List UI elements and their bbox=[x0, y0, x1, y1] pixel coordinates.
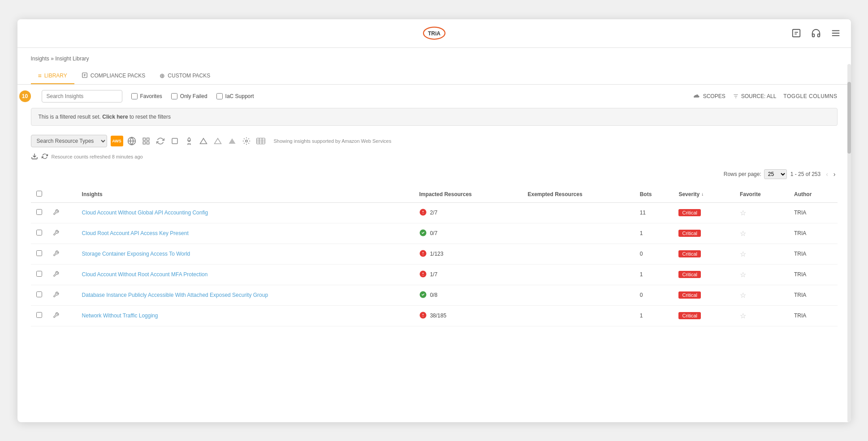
favorite-star[interactable]: ☆ bbox=[740, 209, 746, 217]
tab-compliance-packs[interactable]: COMPLIANCE PACKS bbox=[74, 69, 152, 84]
select-all-checkbox[interactable] bbox=[36, 191, 42, 197]
globe-icon[interactable] bbox=[126, 135, 138, 147]
tab-custom-packs[interactable]: ⊕ CUSTOM PACKS bbox=[152, 69, 217, 84]
row-checkbox[interactable] bbox=[36, 209, 42, 215]
row-checkbox[interactable] bbox=[36, 230, 42, 235]
wrench-icon bbox=[53, 210, 59, 217]
toggle-columns-button[interactable]: TOGGLE COLUMNS bbox=[783, 93, 837, 99]
row-author: TRIA bbox=[789, 264, 838, 285]
triangle-solid-icon[interactable] bbox=[226, 135, 238, 147]
rocket-icon[interactable] bbox=[183, 135, 195, 147]
row-favorite[interactable]: ☆ bbox=[734, 244, 789, 264]
filter-notice-text-after2: to reset the filters bbox=[130, 114, 171, 120]
table-row: Database Instance Publicly Accessible Wi… bbox=[31, 285, 838, 305]
favorite-star[interactable]: ☆ bbox=[740, 291, 746, 299]
user-icon[interactable] bbox=[790, 27, 803, 39]
favorite-star[interactable]: ☆ bbox=[740, 250, 746, 258]
triangle-up-icon[interactable] bbox=[198, 135, 209, 147]
svg-rect-14 bbox=[143, 141, 145, 144]
iac-support-checkbox[interactable] bbox=[216, 93, 223, 99]
row-severity: Critical bbox=[673, 264, 734, 285]
tab-library[interactable]: ≡ LIBRARY bbox=[31, 69, 74, 84]
iac-support-checkbox-group[interactable]: IaC Support bbox=[216, 93, 254, 99]
row-name[interactable]: Storage Container Exposing Access To Wor… bbox=[77, 244, 414, 264]
row-name[interactable]: Cloud Root Account API Access Key Presen… bbox=[77, 223, 414, 244]
status-icon bbox=[419, 229, 427, 238]
square-icon[interactable] bbox=[169, 135, 181, 147]
wrench-icon bbox=[53, 271, 59, 278]
row-name[interactable]: Network Without Traffic Logging bbox=[77, 305, 414, 326]
row-checkbox-cell bbox=[31, 285, 48, 305]
refresh-icon[interactable] bbox=[42, 153, 48, 161]
only-failed-checkbox-group[interactable]: Only Failed bbox=[171, 93, 207, 99]
aws-icon[interactable]: AWS bbox=[111, 136, 123, 146]
row-checkbox[interactable] bbox=[36, 291, 42, 297]
click-here-text[interactable]: Click here bbox=[102, 114, 128, 120]
row-bots: 11 bbox=[635, 202, 674, 223]
scrollbar-thumb[interactable] bbox=[847, 82, 851, 154]
favorites-checkbox[interactable] bbox=[131, 93, 138, 99]
rows-per-page-select[interactable]: 25 50 100 bbox=[764, 169, 787, 179]
pagination-top: Rows per page: 25 50 100 1 - 25 of 253 ‹… bbox=[31, 166, 838, 183]
row-impacted: 0/7 bbox=[414, 223, 522, 244]
resource-type-select[interactable]: Search Resource Types bbox=[31, 135, 107, 147]
search-input[interactable] bbox=[42, 90, 122, 103]
favorite-star[interactable]: ☆ bbox=[740, 230, 746, 237]
page-nav: ‹ › bbox=[824, 170, 837, 179]
grid-icon[interactable] bbox=[140, 135, 152, 147]
row-bots: 1 bbox=[635, 223, 674, 244]
th-select-all bbox=[31, 186, 48, 203]
row-impacted: 1/123 bbox=[414, 244, 522, 264]
impacted-value: 0/8 bbox=[430, 292, 437, 298]
reset-filters-link[interactable]: Click here bbox=[102, 114, 128, 120]
gear-icon[interactable] bbox=[241, 135, 252, 147]
topbar: TRiA bbox=[17, 19, 851, 48]
th-severity[interactable]: Severity ↓ bbox=[673, 186, 734, 203]
impacted-value: 1/7 bbox=[430, 271, 437, 278]
row-impacted: 1/7 bbox=[414, 264, 522, 285]
row-favorite[interactable]: ☆ bbox=[734, 202, 789, 223]
row-name[interactable]: Cloud Account Without Root Account MFA P… bbox=[77, 264, 414, 285]
favorite-star[interactable]: ☆ bbox=[740, 271, 746, 278]
row-checkbox[interactable] bbox=[36, 271, 42, 277]
source-button[interactable]: SOURCE: ALL bbox=[733, 93, 777, 99]
row-author: TRIA bbox=[789, 285, 838, 305]
topbar-icons bbox=[790, 27, 842, 39]
svg-point-41 bbox=[423, 316, 424, 317]
resource-refresh-icon[interactable] bbox=[155, 135, 166, 147]
row-favorite[interactable]: ☆ bbox=[734, 223, 789, 244]
tab-library-label: LIBRARY bbox=[44, 73, 67, 79]
status-icon bbox=[419, 311, 427, 321]
triangle-outline-icon[interactable] bbox=[212, 135, 224, 147]
source-label: SOURCE: ALL bbox=[741, 93, 777, 99]
breadcrumb-library: Insight Library bbox=[55, 56, 89, 62]
row-exempted bbox=[523, 285, 635, 305]
scopes-button[interactable]: SCOPES bbox=[694, 93, 725, 99]
download-icon[interactable] bbox=[31, 153, 38, 161]
row-favorite[interactable]: ☆ bbox=[734, 264, 789, 285]
row-favorite[interactable]: ☆ bbox=[734, 285, 789, 305]
favorite-star[interactable]: ☆ bbox=[740, 312, 746, 320]
menu-icon[interactable] bbox=[829, 27, 842, 39]
tab-custom-label: CUSTOM PACKS bbox=[168, 73, 210, 79]
row-favorite[interactable]: ☆ bbox=[734, 305, 789, 326]
favorites-checkbox-group[interactable]: Favorites bbox=[131, 93, 162, 99]
impacted-value: 38/185 bbox=[430, 313, 446, 319]
row-name[interactable]: Cloud Account Without Global API Account… bbox=[77, 202, 414, 223]
next-page-button[interactable]: › bbox=[832, 170, 838, 179]
breadcrumb-insights: Insights bbox=[31, 56, 49, 62]
prev-page-button[interactable]: ‹ bbox=[824, 170, 830, 179]
table-icon[interactable] bbox=[255, 135, 267, 147]
wrench-icon bbox=[53, 251, 59, 258]
rows-per-page-label: Rows per page: bbox=[724, 171, 761, 177]
table-row: Cloud Account Without Root Account MFA P… bbox=[31, 264, 838, 285]
only-failed-checkbox[interactable] bbox=[171, 93, 177, 99]
row-checkbox[interactable] bbox=[36, 250, 42, 256]
impacted-value: 0/7 bbox=[430, 230, 437, 236]
scrollbar[interactable] bbox=[847, 64, 851, 422]
svg-text:TRiA: TRiA bbox=[428, 30, 440, 37]
headset-icon[interactable] bbox=[810, 27, 822, 39]
th-bots: Bots bbox=[635, 186, 674, 203]
row-checkbox[interactable] bbox=[36, 312, 42, 318]
row-name[interactable]: Database Instance Publicly Accessible Wi… bbox=[77, 285, 414, 305]
